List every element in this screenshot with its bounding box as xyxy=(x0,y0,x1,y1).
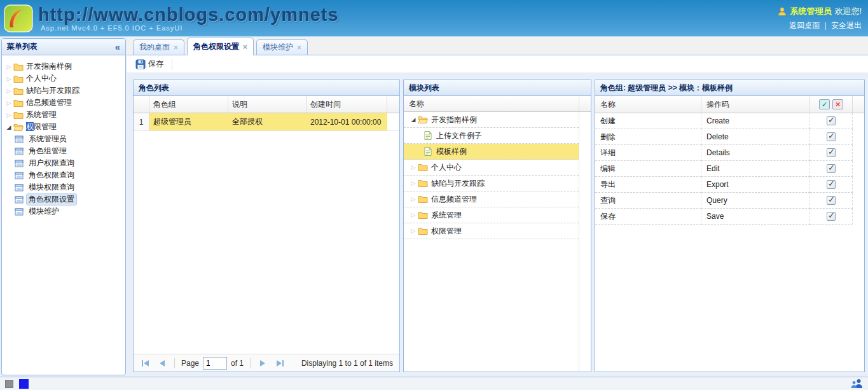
column-header-desc[interactable]: 说明 xyxy=(228,96,307,113)
save-button[interactable]: 保存 xyxy=(132,57,167,71)
tree-collapse-icon[interactable]: ◢ xyxy=(409,116,418,123)
select-all-button[interactable]: ✓ xyxy=(819,99,830,109)
folder-icon xyxy=(13,98,24,108)
permission-row-delete[interactable]: 删除 Delete xyxy=(595,129,864,145)
permission-row-details[interactable]: 详细 Details xyxy=(595,145,864,161)
permission-row-create[interactable]: 创建 Create xyxy=(595,113,864,129)
sidebar-item-role-group[interactable]: 角色组管理 xyxy=(4,145,123,157)
perm-checkbox-create[interactable] xyxy=(827,116,836,125)
column-header-group[interactable]: 角色组 xyxy=(149,96,228,113)
sidebar-folder-permission[interactable]: ◢ 权限管理 xyxy=(4,121,123,133)
next-page-button[interactable] xyxy=(255,356,270,370)
tree-expander-icon[interactable]: ▷ xyxy=(409,180,418,186)
module-node-defect[interactable]: ▷ 缺陷与开发跟踪 xyxy=(404,176,579,192)
sidebar-item-label: 用户权限查询 xyxy=(26,157,77,169)
tree-expander-icon[interactable]: ▷ xyxy=(409,228,418,234)
module-node-system[interactable]: ▷ 系统管理 xyxy=(404,207,579,223)
sidebar-item-module-perm-query[interactable]: 模块权限查询 xyxy=(4,181,123,193)
sidebar-folder-system[interactable]: ▷ 系统管理 xyxy=(4,109,123,121)
tab-role-perm-set[interactable]: 角色权限设置 × xyxy=(187,38,254,55)
module-node-info-channel[interactable]: ▷ 信息频道管理 xyxy=(404,192,579,207)
column-header-perm-name[interactable]: 名称 xyxy=(595,96,701,113)
tree-collapse-icon[interactable]: ◢ xyxy=(4,124,13,130)
column-header-name[interactable]: 名称 xyxy=(404,96,579,111)
column-header-perm-code[interactable]: 操作码 xyxy=(701,96,810,113)
highlighted-char: 权 xyxy=(26,122,34,131)
permission-grid-body: 创建 Create 删除 Delete 详细 xyxy=(595,113,864,225)
tree-expander-icon[interactable]: ▷ xyxy=(4,112,13,118)
sidebar-item-role-perm-query[interactable]: 角色权限查询 xyxy=(4,169,123,181)
module-node-personal[interactable]: ▷ 个人中心 xyxy=(404,160,579,176)
tree-expander-icon[interactable]: ▷ xyxy=(4,76,13,82)
tree-expander-icon[interactable]: ▷ xyxy=(409,164,418,171)
sidebar-menu-panel: 菜单列表 « ▷ 开发指南样例 ▷ 个人中心 ▷ 缺陷与开发跟踪 xyxy=(1,38,126,375)
module-node-dev-guide[interactable]: ◢ 开发指南样例 xyxy=(404,112,579,128)
role-table-row[interactable]: 1 超级管理员 全部授权 2012-10-01 00:00:00 xyxy=(134,113,399,131)
sidebar-item-user-perm-query[interactable]: 用户权限查询 xyxy=(4,157,123,169)
folder-icon xyxy=(418,178,428,188)
perm-code-cell: Query xyxy=(701,193,810,209)
sidebar-folder-info-channel[interactable]: ▷ 信息频道管理 xyxy=(4,97,123,109)
safe-logout-link[interactable]: 安全退出 xyxy=(831,21,862,30)
tab-close-icon[interactable]: × xyxy=(174,43,178,52)
status-blue-square-icon xyxy=(19,379,29,389)
deselect-all-button[interactable]: ✕ xyxy=(832,99,843,109)
sidebar-folder-dev-guide[interactable]: ▷ 开发指南样例 xyxy=(4,60,123,73)
pagination-separator xyxy=(174,358,175,368)
module-node-permission[interactable]: ▷ 权限管理 xyxy=(404,223,579,239)
module-node-template-sample[interactable]: 模板样例 xyxy=(404,144,579,160)
tab-label: 模块维护 xyxy=(263,42,293,53)
sidebar-folder-personal[interactable]: ▷ 个人中心 xyxy=(4,73,123,85)
column-header-created[interactable]: 创建时间 xyxy=(307,96,387,113)
status-gray-square-icon xyxy=(5,380,13,388)
sidebar-item-system-admin[interactable]: 系统管理员 xyxy=(4,133,123,145)
page-icon xyxy=(423,146,433,157)
sidebar-item-module-maintain[interactable]: 模块维护 xyxy=(4,205,123,218)
tree-expander-icon[interactable]: ▷ xyxy=(4,88,13,94)
sidebar-item-label: 角色组管理 xyxy=(26,145,69,157)
perm-name-cell: 删除 xyxy=(595,129,701,145)
tree-expander-icon[interactable]: ▷ xyxy=(409,212,418,218)
role-group-cell: 超级管理员 xyxy=(149,113,228,131)
site-logo-icon xyxy=(4,4,33,32)
perm-code-cell: Edit xyxy=(701,161,810,177)
sidebar-collapse-button[interactable]: « xyxy=(115,42,120,52)
list-icon xyxy=(15,207,24,216)
permission-panel-title: 角色组: 超级管理员 >> 模块：模板样例 xyxy=(600,83,733,94)
tab-label: 我的桌面 xyxy=(139,42,170,53)
perm-name-cell: 保存 xyxy=(595,209,701,225)
perm-filler-cell xyxy=(853,145,864,161)
permission-row-export[interactable]: 导出 Export xyxy=(595,177,864,193)
tab-close-icon[interactable]: × xyxy=(243,43,247,52)
prev-page-button[interactable] xyxy=(155,356,170,370)
folder-icon xyxy=(13,110,24,120)
return-desktop-link[interactable]: 返回桌面 xyxy=(789,21,820,30)
content-area: 角色列表 角色组 说明 创建时间 1 超级管理员 全部授权 xyxy=(127,73,868,377)
perm-checkbox-query[interactable] xyxy=(827,196,836,205)
sidebar-folder-label: 信息频道管理 xyxy=(26,97,72,108)
folder-icon xyxy=(418,162,428,172)
permission-row-save[interactable]: 保存 Save xyxy=(595,209,864,225)
permission-row-query[interactable]: 查询 Query xyxy=(595,193,864,209)
list-icon xyxy=(15,159,24,168)
perm-checkbox-details[interactable] xyxy=(827,148,836,157)
tree-expander-icon[interactable]: ▷ xyxy=(4,64,13,70)
tree-expander-icon[interactable]: ▷ xyxy=(409,196,418,202)
permission-row-edit[interactable]: 编辑 Edit xyxy=(595,161,864,177)
sidebar-folder-defect[interactable]: ▷ 缺陷与开发跟踪 xyxy=(4,85,123,97)
tree-expander-icon[interactable]: ▷ xyxy=(4,100,13,106)
perm-checkbox-save[interactable] xyxy=(827,212,836,221)
module-node-upload-sample[interactable]: 上传文件例子 xyxy=(404,128,579,144)
perm-filler-cell xyxy=(853,177,864,193)
perm-checkbox-delete[interactable] xyxy=(827,132,836,141)
tab-module-maintain[interactable]: 模块维护 × xyxy=(256,39,308,55)
perm-checkbox-export[interactable] xyxy=(827,180,836,189)
last-page-button[interactable] xyxy=(272,356,287,370)
tab-close-icon[interactable]: × xyxy=(297,43,301,52)
toolbar-separator xyxy=(172,59,172,70)
sidebar-item-role-perm-set[interactable]: 角色权限设置 xyxy=(4,193,123,205)
page-number-input[interactable] xyxy=(203,357,227,370)
tab-my-desktop[interactable]: 我的桌面 × xyxy=(133,39,184,55)
first-page-button[interactable] xyxy=(137,356,153,370)
perm-checkbox-edit[interactable] xyxy=(827,164,836,173)
